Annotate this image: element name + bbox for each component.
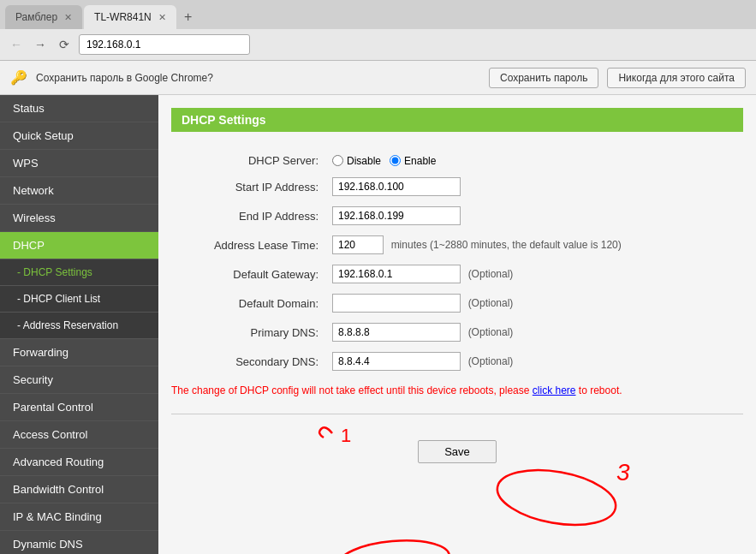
start-ip-label: Start IP Address:	[171, 172, 325, 201]
dhcp-disable-option[interactable]: Disable	[332, 155, 381, 167]
section-title: DHCP Settings	[171, 108, 743, 132]
dhcp-server-label: DHCP Server:	[171, 149, 325, 172]
dhcp-disable-radio[interactable]	[332, 155, 343, 166]
gateway-hint: (Optional)	[468, 268, 514, 280]
end-ip-label: End IP Address:	[171, 201, 325, 230]
sidebar-item-dhcp-client-list[interactable]: - DHCP Client List	[0, 286, 158, 313]
save-row: Save	[171, 423, 743, 480]
sidebar-item-dynamic-dns[interactable]: Dynamic DNS	[0, 531, 158, 554]
sidebar-item-address-reservation[interactable]: - Address Reservation	[0, 313, 158, 339]
dhcp-enable-option[interactable]: Enable	[390, 155, 436, 167]
sidebar-item-quick-setup[interactable]: Quick Setup	[0, 122, 158, 150]
sidebar-item-dhcp-settings[interactable]: - DHCP Settings	[0, 259, 158, 286]
forward-button[interactable]: →	[31, 35, 50, 54]
key-icon: 🔑	[10, 69, 27, 86]
lease-time-input[interactable]	[332, 235, 384, 254]
sidebar-item-wps[interactable]: WPS	[0, 150, 158, 177]
content-area: DHCP Settings DHCP Server: Disable Ena	[158, 95, 756, 554]
sidebar-item-bandwidth-control[interactable]: Bandwidth Control	[0, 476, 158, 503]
gateway-label: Default Gateway:	[171, 259, 325, 289]
domain-hint: (Optional)	[468, 297, 514, 309]
primary-dns-hint: (Optional)	[468, 326, 514, 338]
address-bar[interactable]	[79, 34, 250, 55]
sidebar: Status Quick Setup WPS Network Wireless …	[0, 95, 158, 554]
sidebar-item-wireless[interactable]: Wireless	[0, 205, 158, 232]
sidebar-item-security[interactable]: Security	[0, 366, 158, 394]
reboot-link[interactable]: click here	[533, 384, 576, 396]
lease-time-hint: minutes (1~2880 minutes, the default val…	[391, 239, 622, 251]
sidebar-item-parental-control[interactable]: Parental Control	[0, 394, 158, 421]
secondary-dns-label: Secondary DNS:	[171, 347, 325, 376]
tab-rambler[interactable]: Рамблер ✕	[5, 5, 82, 29]
tab-rambler-close[interactable]: ✕	[64, 12, 72, 23]
sidebar-item-status[interactable]: Status	[0, 95, 158, 122]
save-button[interactable]: Save	[418, 440, 497, 463]
secondary-dns-input[interactable]	[332, 352, 461, 371]
lease-time-label: Address Lease Time:	[171, 230, 325, 259]
tab-router-label: TL-WR841N	[94, 11, 152, 23]
warning-text: The change of DHCP config will not take …	[171, 376, 743, 405]
dhcp-form: DHCP Server: Disable Enable	[171, 149, 743, 376]
back-button[interactable]: ←	[7, 35, 26, 54]
form-divider	[171, 414, 743, 414]
domain-label: Default Domain:	[171, 289, 325, 318]
primary-dns-input[interactable]	[332, 323, 461, 342]
dhcp-server-radio-group: Disable Enable	[332, 155, 736, 167]
end-ip-input[interactable]	[332, 206, 461, 225]
start-ip-input[interactable]	[332, 177, 461, 196]
new-tab-button[interactable]: +	[176, 5, 200, 29]
sidebar-item-dhcp[interactable]: DHCP	[0, 232, 158, 259]
dhcp-enable-radio[interactable]	[390, 155, 401, 166]
secondary-dns-hint: (Optional)	[468, 355, 514, 367]
sidebar-item-forwarding[interactable]: Forwarding	[0, 339, 158, 366]
never-save-button[interactable]: Никогда для этого сайта	[607, 68, 746, 88]
tab-rambler-label: Рамблер	[15, 11, 57, 23]
password-bar-text: Сохранить пароль в Google Chrome?	[36, 72, 480, 84]
tab-router[interactable]: TL-WR841N ✕	[84, 5, 176, 29]
save-password-button[interactable]: Сохранить пароль	[489, 68, 598, 88]
tab-router-close[interactable]: ✕	[158, 12, 166, 23]
sidebar-item-network[interactable]: Network	[0, 177, 158, 205]
sidebar-item-access-control[interactable]: Access Control	[0, 421, 158, 449]
refresh-button[interactable]: ⟳	[55, 35, 74, 54]
gateway-input[interactable]	[332, 265, 461, 283]
sidebar-item-advanced-routing[interactable]: Advanced Routing	[0, 449, 158, 476]
password-save-bar: 🔑 Сохранить пароль в Google Chrome? Сохр…	[0, 61, 756, 95]
sidebar-item-ip-mac-binding[interactable]: IP & MAC Binding	[0, 503, 158, 531]
domain-input[interactable]	[332, 294, 461, 313]
primary-dns-label: Primary DNS:	[171, 318, 325, 347]
